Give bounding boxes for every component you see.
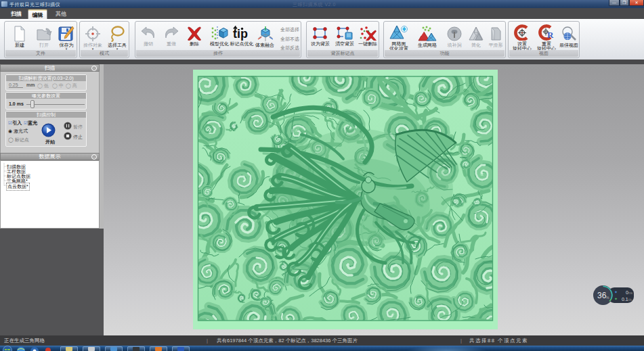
- svg-text:R: R: [547, 30, 554, 40]
- svg-text:36: 36: [597, 291, 607, 300]
- svg-text:t/s: t/s: [628, 298, 632, 302]
- svg-text:✦: ✦: [614, 297, 618, 301]
- svg-text:%: %: [606, 296, 609, 300]
- svg-text:0.1: 0.1: [622, 297, 628, 302]
- svg-text:✦: ✦: [614, 290, 618, 294]
- svg-text:ms: ms: [628, 291, 633, 295]
